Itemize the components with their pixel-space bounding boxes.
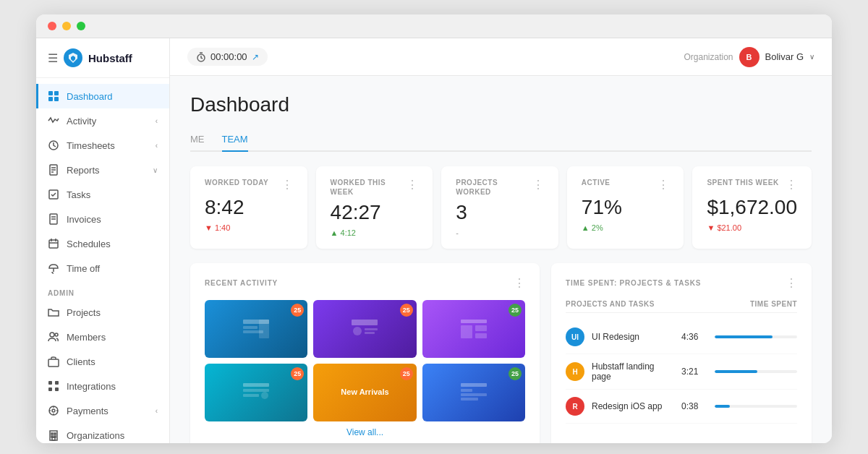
svg-rect-64 [461, 393, 487, 396]
activity-thumb[interactable]: New Arrivals 25 [313, 364, 416, 421]
sidebar-item-organizations[interactable]: Organizations [36, 423, 169, 443]
sidebar-item-dashboard[interactable]: Dashboard [36, 84, 169, 108]
sidebar-item-time-off[interactable]: Time off [36, 256, 169, 280]
svg-rect-55 [461, 325, 472, 338]
topbar-right: Organization B Bolivar G ∨ [684, 47, 814, 67]
ts-time-value: 0:38 [681, 401, 707, 411]
sidebar-item-label: Clients [67, 356, 95, 367]
ts-bar-container [715, 405, 797, 408]
chevron-down-icon[interactable]: ∨ [809, 53, 814, 61]
activity-thumb[interactable]: 25 [205, 300, 307, 358]
stat-label: PROJECTS WORKED [456, 178, 532, 197]
recent-activity-card: RECENT ACTIVITY ⋮ [190, 263, 540, 443]
svg-rect-21 [48, 359, 59, 367]
sidebar-item-reports[interactable]: Reports ∨ [36, 158, 169, 182]
main-content: Dashboard ME TEAM WORKED TODAY ⋮ [170, 76, 832, 443]
svg-rect-22 [48, 381, 52, 385]
ts-time-value: 4:36 [681, 332, 707, 342]
sidebar-header: ☰ Hubstaff [36, 38, 169, 78]
stat-value: $1,672.00 [707, 196, 797, 219]
browser-bar [36, 14, 832, 38]
svg-rect-59 [243, 389, 269, 392]
sidebar-item-tasks[interactable]: Tasks [36, 182, 169, 207]
sidebar-item-activity[interactable]: Activity ‹ [36, 108, 169, 133]
activity-thumb[interactable]: 25 [205, 364, 307, 421]
sidebar-item-integrations[interactable]: Integrations [36, 374, 169, 398]
stat-value: 71% [582, 196, 670, 219]
close-dot[interactable] [48, 22, 56, 30]
building-icon [48, 429, 59, 441]
sidebar-item-schedules[interactable]: Schedules [36, 231, 169, 256]
svg-rect-53 [365, 332, 375, 334]
sidebar-item-label: Reports [67, 165, 100, 176]
svg-rect-50 [352, 320, 378, 325]
tab-team[interactable]: TEAM [222, 128, 248, 152]
ts-bar-container [715, 370, 797, 373]
card-options-icon[interactable]: ⋮ [514, 276, 525, 290]
svg-rect-58 [243, 383, 269, 387]
stat-options-icon[interactable]: ⋮ [407, 178, 418, 192]
sidebar-item-label: Dashboard [67, 91, 113, 102]
ts-bar [715, 335, 773, 338]
stat-label: WORKED TODAY [205, 178, 268, 187]
ts-avatar: UI [566, 327, 584, 346]
activity-grid: 25 25 [205, 300, 525, 421]
ts-initials: R [572, 403, 577, 411]
stats-row: WORKED TODAY ⋮ 8:42 ▼ 1:40 WORKED THIS W… [190, 166, 812, 249]
stat-change: ▲ 4:12 [331, 228, 419, 237]
timer-arrow-icon[interactable]: ↗ [252, 52, 259, 62]
activity-thumb[interactable]: 25 [313, 300, 416, 358]
svg-rect-56 [475, 325, 487, 331]
stat-value: 8:42 [205, 196, 293, 219]
chevron-icon: ‹ [156, 117, 158, 125]
svg-rect-47 [243, 326, 258, 329]
ts-project-name: Hubstaff landing page [592, 361, 674, 382]
tab-me[interactable]: ME [190, 128, 205, 152]
sidebar-item-label: Projects [67, 307, 101, 318]
stat-options-icon[interactable]: ⋮ [786, 178, 797, 192]
sidebar-item-timesheets[interactable]: Timesheets ‹ [36, 133, 169, 158]
stat-value: 42:27 [331, 201, 419, 224]
activity-thumb[interactable]: 25 [422, 364, 525, 421]
sidebar-item-label: Timesheets [67, 140, 115, 151]
svg-point-20 [55, 333, 58, 336]
stat-header: PROJECTS WORKED ⋮ [456, 178, 544, 197]
chevron-icon: ‹ [156, 407, 158, 415]
timer-widget[interactable]: 00:00:00 ↗ [187, 48, 268, 66]
sidebar-item-label: Schedules [67, 239, 111, 249]
svg-point-19 [50, 333, 54, 337]
user-name: Bolivar G [765, 51, 804, 62]
sidebar-item-invoices[interactable]: Invoices [36, 207, 169, 231]
ts-initials: H [572, 368, 577, 376]
sidebar-item-clients[interactable]: Clients [36, 349, 169, 374]
ts-row: UI UI Redesign 4:36 [566, 320, 797, 354]
sidebar-item-label: Time off [67, 263, 100, 274]
stat-header: SPENT THIS WEEK ⋮ [707, 178, 797, 192]
chevron-icon: ‹ [156, 142, 158, 150]
sidebar-item-payments[interactable]: Payments ‹ [36, 398, 169, 423]
briefcase-icon [48, 356, 59, 367]
svg-rect-4 [54, 97, 59, 101]
stat-options-icon[interactable]: ⋮ [281, 178, 293, 192]
ts-project-name: Redesign iOS app [592, 401, 674, 411]
view-all-link[interactable]: View all... [205, 427, 525, 437]
activity-thumb[interactable]: 25 [422, 300, 525, 358]
ts-bar-container [715, 335, 797, 338]
stat-header: WORKED TODAY ⋮ [205, 178, 293, 192]
stat-options-icon[interactable]: ⋮ [532, 178, 544, 192]
stat-label: ACTIVE [582, 178, 610, 187]
minimize-dot[interactable] [62, 22, 71, 30]
stat-options-icon[interactable]: ⋮ [658, 178, 669, 192]
stat-card-spent-week: SPENT THIS WEEK ⋮ $1,672.00 ▼ $21.00 [692, 166, 812, 249]
card-options-icon[interactable]: ⋮ [786, 276, 797, 290]
folder-icon [48, 307, 59, 318]
hamburger-icon[interactable]: ☰ [48, 51, 58, 65]
org-label: Organization [684, 52, 733, 62]
maximize-dot[interactable] [77, 22, 85, 30]
ts-col-projects: Projects and tasks [566, 300, 655, 308]
sidebar-item-members[interactable]: Members [36, 325, 169, 349]
sidebar-item-projects[interactable]: Projects [36, 300, 169, 325]
logo-text: Hubstaff [88, 52, 132, 64]
ts-avatar: H [566, 362, 584, 381]
main-area: 00:00:00 ↗ Organization B Bolivar G ∨ Da… [170, 38, 832, 443]
